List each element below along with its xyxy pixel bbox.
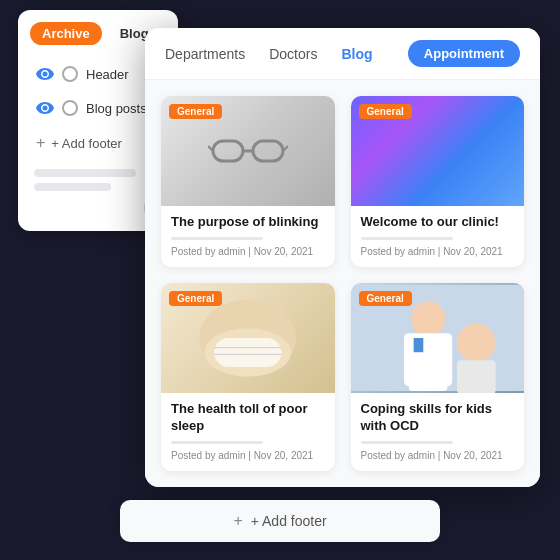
- blog-grid: General The purpose of blinking Posted b…: [145, 80, 540, 487]
- blog-card-1[interactable]: General The purpose of blinking Posted b…: [161, 96, 335, 267]
- add-footer-bar[interactable]: + + Add footer: [120, 500, 440, 542]
- card-body-4: Coping skills for kids with OCD Posted b…: [351, 393, 525, 471]
- globe-icon: [62, 66, 78, 82]
- footer-add-label: + Add footer: [251, 513, 327, 529]
- eyeglasses-svg: [208, 121, 288, 181]
- sidebar-blogposts-label: Blog posts: [86, 101, 147, 116]
- nav-appointment-button[interactable]: Appointment: [408, 40, 520, 67]
- blog-card-4[interactable]: General Coping skills for kids wit: [351, 283, 525, 471]
- plus-icon: +: [36, 134, 45, 152]
- card-badge-3: General: [169, 291, 222, 306]
- card-meta-bar-4: [361, 441, 453, 444]
- card-meta-bar-3: [171, 441, 263, 444]
- blog-card-2[interactable]: General Welcome to our clinic! Posted by…: [351, 96, 525, 267]
- card-meta-bar-1: [171, 237, 263, 240]
- eye-icon-2: [36, 102, 54, 114]
- card-badge-2: General: [359, 104, 412, 119]
- svg-rect-1: [253, 141, 283, 161]
- card-image-4: General: [351, 283, 525, 393]
- bar-1: [34, 169, 136, 177]
- bar-2: [34, 183, 111, 191]
- nav-bar: Departments Doctors Blog Appointment: [145, 28, 540, 80]
- card-meta-3: Posted by admin | Nov 20, 2021: [171, 450, 325, 461]
- card-body-1: The purpose of blinking Posted by admin …: [161, 206, 335, 267]
- card-image-1: General: [161, 96, 335, 206]
- card-badge-4: General: [359, 291, 412, 306]
- svg-rect-14: [413, 338, 423, 352]
- sidebar-header-label: Header: [86, 67, 129, 82]
- card-meta-4: Posted by admin | Nov 20, 2021: [361, 450, 515, 461]
- card-body-3: The health toll of poor sleep Posted by …: [161, 393, 335, 471]
- card-image-3: General: [161, 283, 335, 393]
- svg-point-13: [414, 305, 441, 332]
- add-footer-label: + Add footer: [51, 136, 121, 151]
- nav-departments[interactable]: Departments: [165, 46, 245, 62]
- svg-rect-0: [213, 141, 243, 161]
- card-title-1: The purpose of blinking: [171, 214, 325, 231]
- nav-blog[interactable]: Blog: [341, 46, 372, 62]
- nav-doctors[interactable]: Doctors: [269, 46, 317, 62]
- card-badge-1: General: [169, 104, 222, 119]
- card-title-4: Coping skills for kids with OCD: [361, 401, 515, 435]
- svg-rect-7: [214, 338, 281, 367]
- blog-card-3[interactable]: General The health toll of poor sleep Po…: [161, 283, 335, 471]
- footer-plus-icon: +: [233, 512, 242, 530]
- svg-rect-17: [457, 360, 496, 393]
- card-image-2: General: [351, 96, 525, 206]
- card-meta-2: Posted by admin | Nov 20, 2021: [361, 246, 515, 257]
- card-body-2: Welcome to our clinic! Posted by admin |…: [351, 206, 525, 267]
- card-title-2: Welcome to our clinic!: [361, 214, 515, 231]
- svg-point-16: [457, 323, 496, 362]
- globe-icon-2: [62, 100, 78, 116]
- browser-window: Departments Doctors Blog Appointment Gen…: [145, 28, 540, 487]
- card-title-3: The health toll of poor sleep: [171, 401, 325, 435]
- eye-icon: [36, 68, 54, 80]
- card-meta-1: Posted by admin | Nov 20, 2021: [171, 246, 325, 257]
- card-meta-bar-2: [361, 237, 453, 240]
- svg-rect-15: [408, 352, 447, 391]
- tab-archive[interactable]: Archive: [30, 22, 102, 45]
